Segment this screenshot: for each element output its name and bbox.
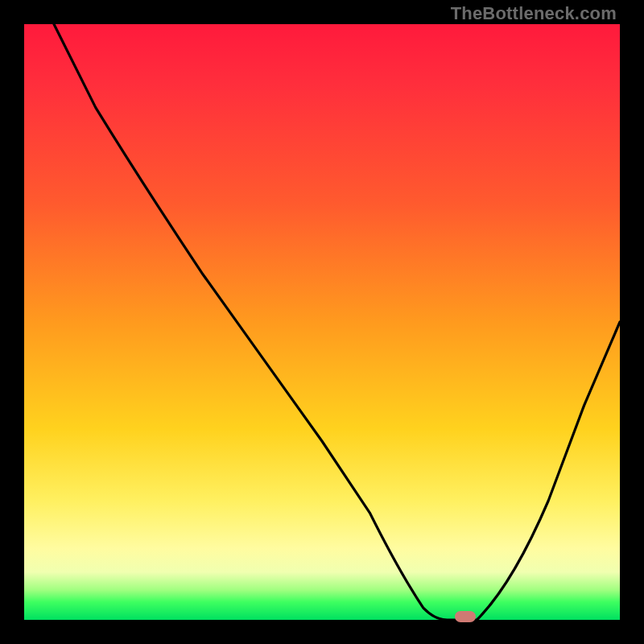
curve-path: [54, 24, 620, 620]
plot-area: [24, 24, 620, 620]
bottleneck-curve: [24, 24, 620, 620]
watermark-label: TheBottleneck.com: [451, 3, 617, 24]
chart-container: TheBottleneck.com: [0, 0, 644, 644]
optimum-marker: [455, 611, 476, 622]
